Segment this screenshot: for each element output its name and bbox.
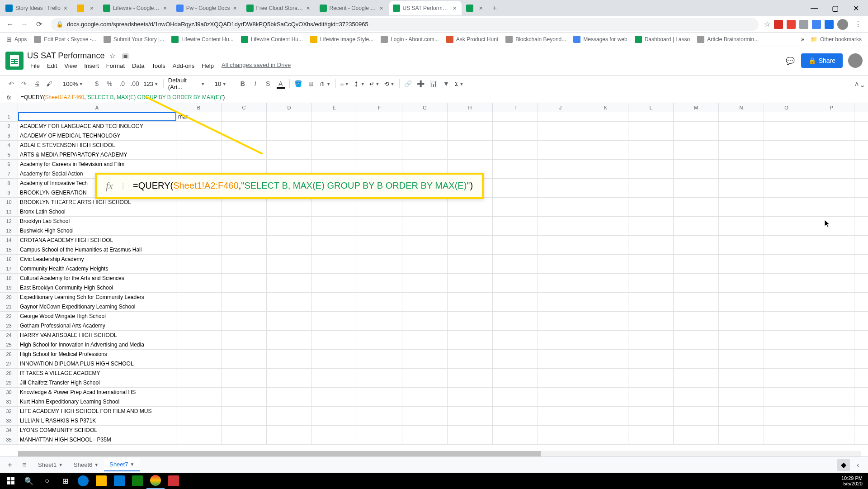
cell[interactable] xyxy=(176,160,222,169)
back-button[interactable]: ← xyxy=(4,18,16,31)
cell[interactable] xyxy=(267,131,312,140)
cell[interactable] xyxy=(628,274,674,283)
cell[interactable] xyxy=(674,426,719,435)
cell[interactable] xyxy=(583,112,628,121)
cell[interactable]: Academy for Careers in Television and Fi… xyxy=(18,160,176,169)
cell[interactable] xyxy=(357,131,402,140)
close-tab-icon[interactable]: × xyxy=(478,5,484,11)
sheet-menu-icon[interactable]: ▼ xyxy=(58,462,63,467)
select-all-corner[interactable] xyxy=(0,103,18,112)
cell[interactable] xyxy=(357,321,402,330)
cell[interactable] xyxy=(402,217,448,226)
cell[interactable] xyxy=(493,435,538,444)
cell[interactable] xyxy=(809,426,854,435)
cell[interactable] xyxy=(222,407,267,416)
cell[interactable] xyxy=(719,245,764,254)
cell[interactable]: MANHATTAN HIGH SCHOOL - P35M xyxy=(18,435,176,444)
cell[interactable] xyxy=(448,245,493,254)
cell[interactable] xyxy=(176,302,222,311)
cell[interactable] xyxy=(357,122,402,131)
cell[interactable] xyxy=(719,274,764,283)
cell[interactable] xyxy=(267,160,312,169)
cell[interactable] xyxy=(222,283,267,292)
cell[interactable] xyxy=(628,160,674,169)
cell[interactable] xyxy=(448,122,493,131)
cell[interactable] xyxy=(628,264,674,273)
cell[interactable] xyxy=(764,179,809,188)
cell[interactable] xyxy=(267,293,312,302)
cell[interactable] xyxy=(538,198,583,207)
browser-tab[interactable]: Recent - Google Drive× xyxy=(316,1,388,15)
cell[interactable] xyxy=(583,416,628,425)
cell[interactable] xyxy=(402,416,448,425)
cell[interactable] xyxy=(809,359,854,368)
cell[interactable] xyxy=(583,131,628,140)
redo-button[interactable]: ↷ xyxy=(18,78,30,90)
close-tab-icon[interactable]: × xyxy=(378,5,385,11)
cell[interactable] xyxy=(628,150,674,159)
cell[interactable] xyxy=(448,131,493,140)
cell[interactable] xyxy=(628,359,674,368)
cell[interactable] xyxy=(538,407,583,416)
cell[interactable] xyxy=(809,141,854,150)
cell[interactable] xyxy=(719,198,764,207)
cell[interactable]: LILLIAN L RASHKIS HS P371K xyxy=(18,416,176,425)
cell[interactable] xyxy=(267,369,312,378)
cell[interactable] xyxy=(674,131,719,140)
cell[interactable] xyxy=(176,350,222,359)
zoom-select[interactable]: 100%▼ xyxy=(61,80,85,88)
cell[interactable] xyxy=(764,207,809,216)
cell[interactable]: Bushwick High School xyxy=(18,226,176,235)
cell[interactable] xyxy=(583,207,628,216)
cell[interactable] xyxy=(764,122,809,131)
cell[interactable] xyxy=(176,217,222,226)
cell[interactable] xyxy=(583,274,628,283)
cell[interactable] xyxy=(402,350,448,359)
cell[interactable] xyxy=(493,255,538,264)
cell[interactable] xyxy=(267,274,312,283)
cell[interactable] xyxy=(222,397,267,406)
cell[interactable] xyxy=(764,416,809,425)
cell[interactable] xyxy=(493,331,538,340)
cell[interactable] xyxy=(267,378,312,387)
row-header[interactable]: 16 xyxy=(0,255,18,264)
cell[interactable] xyxy=(719,312,764,321)
cell[interactable] xyxy=(448,226,493,235)
row-header[interactable]: 31 xyxy=(0,397,18,406)
cell[interactable] xyxy=(357,340,402,349)
cell[interactable] xyxy=(312,312,357,321)
cell[interactable] xyxy=(267,245,312,254)
cell[interactable] xyxy=(176,426,222,435)
cell[interactable] xyxy=(402,198,448,207)
cell[interactable] xyxy=(628,321,674,330)
cell[interactable] xyxy=(402,207,448,216)
row-header[interactable]: 8 xyxy=(0,179,18,188)
cell[interactable] xyxy=(674,160,719,169)
cell[interactable] xyxy=(493,302,538,311)
cell[interactable] xyxy=(628,388,674,397)
cell[interactable] xyxy=(719,141,764,150)
cell[interactable] xyxy=(222,312,267,321)
cell[interactable] xyxy=(267,350,312,359)
column-header[interactable]: D xyxy=(267,103,312,112)
cell[interactable] xyxy=(176,321,222,330)
cell[interactable] xyxy=(312,378,357,387)
cell[interactable] xyxy=(538,179,583,188)
cell[interactable] xyxy=(222,378,267,387)
account-avatar[interactable] xyxy=(848,53,863,68)
cell[interactable] xyxy=(312,397,357,406)
menu-tools[interactable]: Tools xyxy=(148,62,168,70)
extension-icon[interactable] xyxy=(787,20,796,29)
cell[interactable] xyxy=(312,435,357,444)
cell[interactable] xyxy=(674,407,719,416)
cell[interactable] xyxy=(176,198,222,207)
row-header[interactable]: 19 xyxy=(0,283,18,292)
cell[interactable] xyxy=(448,293,493,302)
cell[interactable] xyxy=(312,217,357,226)
cell[interactable] xyxy=(493,141,538,150)
explore-button[interactable]: ◆ xyxy=(837,459,850,471)
cell[interactable] xyxy=(176,150,222,159)
cell[interactable] xyxy=(312,207,357,216)
cell[interactable] xyxy=(583,350,628,359)
cell[interactable] xyxy=(448,407,493,416)
